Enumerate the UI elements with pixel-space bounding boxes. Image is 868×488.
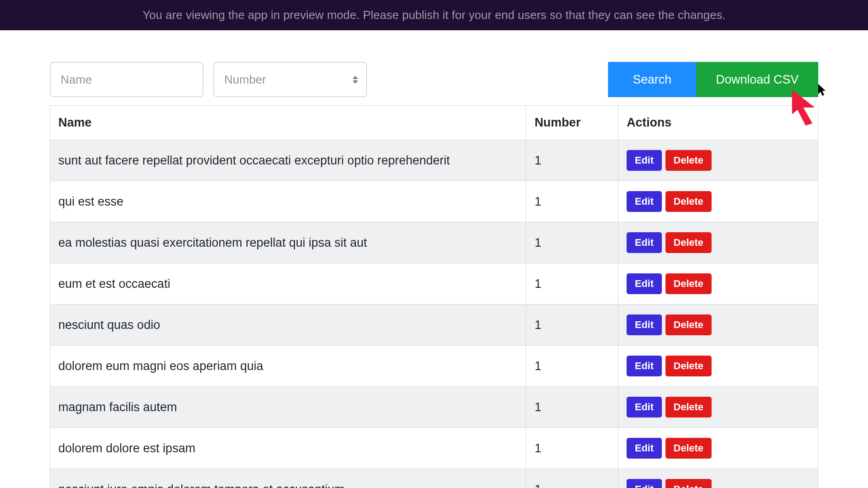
preview-mode-banner: You are viewing the app in preview mode.…: [0, 0, 868, 30]
download-csv-button[interactable]: Download CSV: [696, 62, 818, 97]
cell-number: 1: [526, 428, 618, 469]
cell-actions: EditDelete: [618, 181, 818, 222]
delete-button[interactable]: Delete: [665, 191, 712, 212]
banner-text: You are viewing the app in preview mode.…: [142, 8, 726, 22]
cell-number: 1: [526, 305, 618, 346]
col-header-number: Number: [526, 106, 618, 140]
number-stepper-icon[interactable]: [350, 72, 361, 87]
delete-button[interactable]: Delete: [665, 397, 712, 418]
delete-button[interactable]: Delete: [665, 314, 712, 335]
cell-actions: EditDelete: [618, 469, 818, 488]
cell-name: sunt aut facere repellat provident occae…: [50, 140, 526, 181]
cell-name: qui est esse: [50, 181, 526, 222]
cell-name: eum et est occaecati: [50, 263, 526, 305]
edit-button[interactable]: Edit: [627, 314, 662, 335]
cell-number: 1: [526, 387, 618, 428]
table-header-row: Name Number Actions: [50, 106, 818, 140]
table-row: qui est esse1EditDelete: [50, 181, 818, 222]
cell-name: dolorem eum magni eos aperiam quia: [50, 346, 526, 387]
cell-number: 1: [526, 181, 618, 222]
edit-button[interactable]: Edit: [627, 479, 662, 488]
cell-number: 1: [526, 346, 618, 387]
delete-button[interactable]: Delete: [665, 273, 712, 294]
cell-actions: EditDelete: [618, 263, 818, 305]
table-row: nesciunt iure omnis dolorem tempora et a…: [50, 469, 818, 488]
edit-button[interactable]: Edit: [627, 191, 662, 212]
cell-actions: EditDelete: [618, 387, 818, 428]
cursor-icon: [818, 84, 827, 100]
table-row: nesciunt quas odio1EditDelete: [50, 305, 818, 346]
cell-number: 1: [526, 469, 618, 488]
svg-marker-1: [818, 84, 826, 96]
filters: [50, 62, 367, 97]
delete-button[interactable]: Delete: [665, 356, 712, 376]
table-row: magnam facilis autem1EditDelete: [50, 387, 818, 428]
table-row: dolorem eum magni eos aperiam quia1EditD…: [50, 346, 818, 387]
chevron-up-icon: [353, 76, 358, 79]
edit-button[interactable]: Edit: [627, 232, 662, 253]
edit-button[interactable]: Edit: [627, 397, 662, 418]
toolbar: Search Download CSV: [50, 62, 818, 97]
cell-actions: EditDelete: [618, 140, 818, 181]
cell-actions: EditDelete: [618, 305, 818, 346]
table-row: ea molestias quasi exercitationem repell…: [50, 222, 818, 263]
col-header-name: Name: [50, 106, 526, 140]
cell-name: nesciunt iure omnis dolorem tempora et a…: [50, 469, 526, 488]
edit-button[interactable]: Edit: [627, 438, 662, 459]
cell-actions: EditDelete: [618, 428, 818, 469]
chevron-down-icon: [353, 80, 358, 84]
edit-button[interactable]: Edit: [627, 273, 662, 294]
action-buttons: Search Download CSV: [608, 62, 818, 97]
search-button[interactable]: Search: [608, 62, 696, 97]
cell-name: ea molestias quasi exercitationem repell…: [50, 222, 526, 263]
cell-number: 1: [526, 222, 618, 263]
table-row: dolorem dolore est ipsam1EditDelete: [50, 428, 818, 469]
number-input-wrapper: [213, 62, 367, 97]
name-input[interactable]: [50, 62, 203, 97]
cell-actions: EditDelete: [618, 346, 818, 387]
delete-button[interactable]: Delete: [665, 438, 712, 459]
main-container: Search Download CSV Name Number Actions …: [50, 62, 818, 488]
cell-actions: EditDelete: [618, 222, 818, 263]
col-header-actions: Actions: [618, 106, 818, 140]
edit-button[interactable]: Edit: [627, 356, 662, 376]
data-table: Name Number Actions sunt aut facere repe…: [50, 105, 818, 488]
cell-number: 1: [526, 140, 618, 181]
delete-button[interactable]: Delete: [665, 479, 712, 488]
cell-name: dolorem dolore est ipsam: [50, 428, 526, 469]
delete-button[interactable]: Delete: [665, 232, 712, 253]
table-row: eum et est occaecati1EditDelete: [50, 263, 818, 305]
cell-name: magnam facilis autem: [50, 387, 526, 428]
table-row: sunt aut facere repellat provident occae…: [50, 140, 818, 181]
cell-name: nesciunt quas odio: [50, 305, 526, 346]
delete-button[interactable]: Delete: [665, 150, 712, 171]
edit-button[interactable]: Edit: [627, 150, 662, 171]
cell-number: 1: [526, 263, 618, 305]
number-input[interactable]: [213, 62, 367, 97]
